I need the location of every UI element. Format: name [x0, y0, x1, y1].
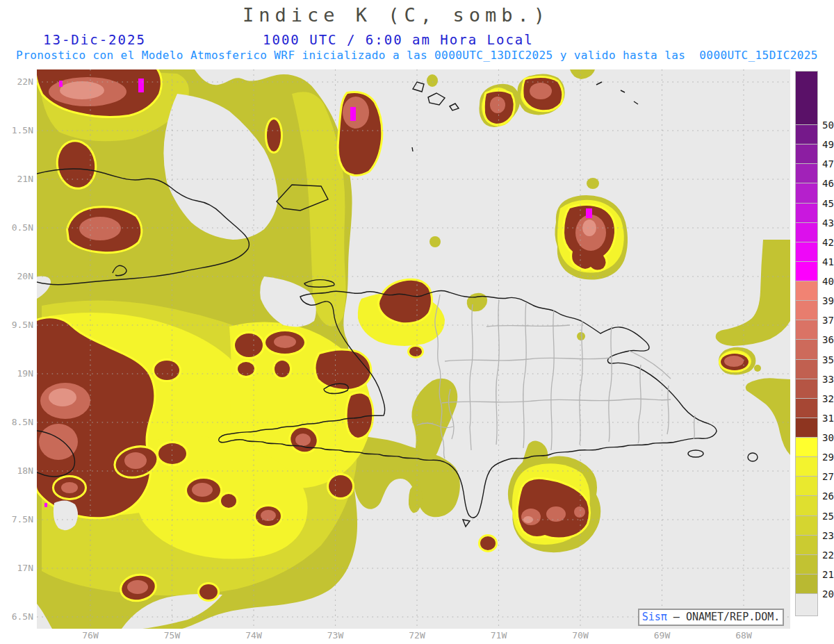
- colorbar-swatch: [796, 164, 817, 183]
- y-tick-label: 1.5N: [1, 125, 33, 135]
- colorbar-label: 32.6: [822, 393, 834, 404]
- hole-small: [54, 500, 78, 530]
- x-tick-label: 74W: [238, 630, 269, 641]
- colorbar-label: 42.6: [822, 237, 834, 248]
- colorbar-label: 22.6: [822, 550, 834, 561]
- colorbar-label: 25.2: [822, 511, 834, 522]
- colorbar-swatch: [796, 399, 817, 418]
- colorbar-swatch: [796, 477, 817, 496]
- colorbar-label: 43.9: [822, 217, 834, 229]
- colorbar-swatch: [796, 183, 817, 203]
- colorbar-label: 23.9: [822, 530, 834, 541]
- colorbar-label: 47.8: [822, 158, 834, 170]
- colorbar-label: 21.3: [822, 569, 834, 580]
- colorbar-swatch: [796, 72, 817, 125]
- colorbar-label: 39.1: [822, 295, 834, 306]
- colorbar-label: 45.2: [822, 198, 834, 209]
- x-tick-label: 68W: [728, 630, 759, 641]
- attribution-org: ONAMET/REP.DOM.: [686, 611, 780, 623]
- colorbar-swatch: [796, 281, 817, 301]
- colorbar-label: 40: [822, 276, 834, 287]
- colorbar-swatch: [796, 575, 817, 594]
- x-tick-label: 69W: [647, 630, 678, 641]
- colorbar-swatch: [796, 536, 817, 555]
- y-tick-label: 9.5N: [1, 320, 33, 330]
- colorbar-label: 20: [822, 588, 834, 600]
- colorbar-label: 30: [822, 432, 834, 443]
- colorbar-label: 41.3: [822, 256, 834, 267]
- colorbar-label: 33.9: [822, 374, 834, 385]
- colorbar-label: 29.1: [822, 452, 834, 463]
- weather-map-page: Indice K (C, somb.) 13-Dic-2025 1000 UTC…: [0, 0, 834, 644]
- dot: [577, 332, 585, 340]
- x-tick-label: 72W: [402, 630, 432, 641]
- y-tick-label: 0.5N: [1, 222, 33, 233]
- colorbar-label: 35.2: [822, 354, 834, 365]
- y-tick-label: 6.5N: [1, 611, 33, 622]
- y-tick-label: 21N: [1, 174, 33, 184]
- colorbar-swatch: [796, 340, 817, 359]
- y-tick-label: 8.5N: [1, 417, 33, 427]
- dot: [427, 74, 438, 87]
- colorbar-swatch: [796, 301, 817, 320]
- colorbar-label: 26.5: [822, 490, 834, 502]
- x-tick-label: 70W: [565, 630, 596, 641]
- y-tick-label: 19N: [1, 368, 33, 379]
- colorbar-swatch: [796, 145, 817, 164]
- x-tick-label: 75W: [157, 630, 188, 641]
- x-tick-label: 71W: [484, 630, 514, 641]
- attribution-separator: –: [667, 611, 686, 623]
- colorbar-swatch: [796, 496, 817, 515]
- colorbar-label: 36.5: [822, 334, 834, 345]
- colorbar-swatch: [796, 418, 817, 438]
- colorbar-swatch: [796, 262, 817, 281]
- colorbar-swatch: [796, 594, 817, 616]
- sispi-brand: Sisπ: [642, 611, 667, 623]
- y-tick-label: 7.5N: [1, 514, 33, 525]
- y-tick-label: 22N: [1, 76, 33, 87]
- x-tick-label: 76W: [75, 630, 106, 641]
- colorbar-swatch: [796, 457, 817, 477]
- colorbar-label: 31.3: [822, 413, 834, 424]
- colorbar-swatch: [796, 125, 817, 145]
- colorbar-swatch: [796, 379, 817, 399]
- colorbar-label: 49.1: [822, 139, 834, 150]
- x-tick-label: 73W: [320, 630, 351, 641]
- colorbar-label: 50: [822, 119, 834, 131]
- attribution-box: Sisπ – ONAMET/REP.DOM.: [638, 609, 784, 626]
- colorbar-swatch: [796, 223, 817, 242]
- colorbar-label: 27.8: [822, 471, 834, 482]
- dot: [754, 365, 761, 372]
- colorbar-label: 46.5: [822, 178, 834, 189]
- k-index-map: [0, 0, 834, 644]
- colorbar-swatch: [796, 320, 817, 340]
- y-tick-label: 20N: [1, 271, 33, 281]
- dot: [430, 236, 441, 247]
- colorbar-swatch: [796, 438, 817, 457]
- y-tick-label: 17N: [1, 563, 33, 573]
- colorbar-swatch: [796, 555, 817, 575]
- colorbar-swatch: [796, 204, 817, 223]
- colorbar-label: 37.8: [822, 315, 834, 326]
- colorbar-swatch: [796, 516, 817, 536]
- colorbar-swatch: [796, 242, 817, 262]
- colorbar-swatch: [796, 360, 817, 379]
- y-tick-label: 18N: [1, 465, 33, 476]
